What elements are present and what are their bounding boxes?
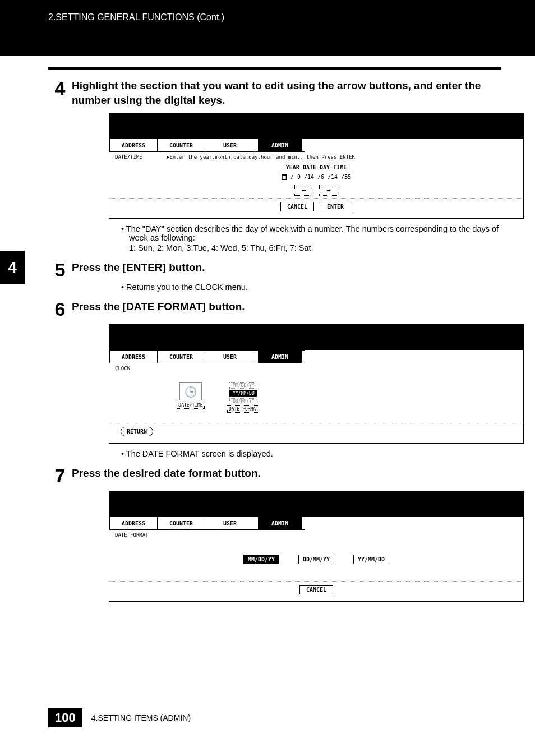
tab-admin[interactable]: ADMIN <box>255 139 305 152</box>
tab-user[interactable]: USER <box>205 139 255 152</box>
tab-counter[interactable]: COUNTER <box>157 139 205 152</box>
step-title: Highlight the section that you want to e… <box>72 79 501 107</box>
step-number: 6 <box>48 299 72 319</box>
arrow-left-button[interactable]: ← <box>294 185 313 196</box>
screen-label-row: DATE FORMAT <box>115 532 518 538</box>
note-list-step5: Returns you to the CLOCK menu. <box>121 283 501 292</box>
step-number: 4 <box>48 79 72 98</box>
date-values: ■ / 9 /14 /6 /14 /55 <box>115 174 518 180</box>
screen-black-bar <box>109 113 523 139</box>
dateformat-menu-button[interactable]: MM/DD/YY YY/MM/DD DD/MM/YY DATE FORMAT <box>227 382 260 413</box>
screen-black-bar <box>109 491 523 517</box>
step-number: 5 <box>48 260 72 279</box>
tab-counter[interactable]: COUNTER <box>157 517 205 530</box>
arrow-right-icon: → <box>326 186 330 194</box>
step-title: Press the desired date format button. <box>72 466 501 481</box>
note-list-step6: The DATE FORMAT screen is displayed. <box>121 449 501 458</box>
page-content: 4 Highlight the section that you want to… <box>0 56 535 727</box>
arrow-buttons: ← → <box>115 185 518 196</box>
screen-footer: CANCEL ENTER <box>115 202 518 215</box>
step-6: 6 Press the [DATE FORMAT] button. <box>48 299 501 319</box>
screen-tabs: ADDRESS COUNTER USER ADMIN <box>109 517 523 530</box>
cancel-button[interactable]: CANCEL <box>280 202 314 211</box>
tab-admin[interactable]: ADMIN <box>255 350 305 363</box>
step-title: Press the [DATE FORMAT] button. <box>72 299 501 314</box>
step-number: 7 <box>48 466 72 485</box>
tab-address[interactable]: ADDRESS <box>109 517 158 530</box>
step-7: 7 Press the desired date format button. <box>48 466 501 485</box>
screenshot-dateformat: ADDRESS COUNTER USER ADMIN DATE FORMAT M… <box>109 491 524 602</box>
screenshot-datetime: ADDRESS COUNTER USER ADMIN DATE/TIME ▶En… <box>109 113 524 219</box>
step-4: 4 Highlight the section that you want to… <box>48 79 501 107</box>
year-highlight: ■ <box>282 174 287 180</box>
horizontal-rule <box>48 67 501 70</box>
screen-black-bar <box>109 325 523 350</box>
screen-footer: RETURN <box>115 427 518 440</box>
clock-icons: 🕒 DATE/TIME MM/DD/YY YY/MM/DD DD/MM/YY D… <box>177 382 518 413</box>
breadcrumb: 2.SETTING GENERAL FUNCTIONS (Cont.) <box>48 12 224 22</box>
datetime-menu-button[interactable]: 🕒 DATE/TIME <box>177 382 205 413</box>
tab-address[interactable]: ADDRESS <box>109 139 158 152</box>
screen-hint-row: DATE/TIME ▶Enter the year,month,date,day… <box>115 154 518 160</box>
column-headers: YEAR DATE DAY TIME <box>115 164 518 170</box>
screen-tabs: ADDRESS COUNTER USER ADMIN <box>109 139 523 152</box>
screen-label: DATE FORMAT <box>115 532 167 538</box>
enter-button[interactable]: ENTER <box>319 202 352 211</box>
tab-counter[interactable]: COUNTER <box>157 350 205 363</box>
page-number: 100 <box>48 708 82 727</box>
note-day-map: 1: Sun, 2: Mon, 3:Tue, 4: Wed, 5: Thu, 6… <box>137 243 501 252</box>
tab-user[interactable]: USER <box>205 517 255 530</box>
arrow-left-icon: ← <box>302 186 306 194</box>
step-title: Press the [ENTER] button. <box>72 260 501 275</box>
tab-admin[interactable]: ADMIN <box>255 517 305 530</box>
format-mmddyy-button[interactable]: MM/DD/YY <box>243 555 279 564</box>
cancel-button[interactable]: CANCEL <box>299 585 333 594</box>
page-footer: 100 4.SETTING ITEMS (ADMIN) <box>48 708 501 727</box>
note-day-desc: The "DAY" section describes the day of w… <box>121 224 501 252</box>
format-ddmmyy-button[interactable]: DD/MM/YY <box>298 555 334 564</box>
step-5: 5 Press the [ENTER] button. <box>48 260 501 279</box>
tab-address[interactable]: ADDRESS <box>109 350 158 363</box>
note-datefmt-shown: The DATE FORMAT screen is displayed. <box>121 449 501 458</box>
divider <box>109 423 523 423</box>
screen-label-row: CLOCK <box>115 366 518 371</box>
format-yymmdd-button[interactable]: YY/MM/DD <box>353 555 389 564</box>
screen-label: DATE/TIME <box>115 154 167 160</box>
divider <box>109 198 523 199</box>
screen-label: CLOCK <box>115 366 167 371</box>
screen-tabs: ADDRESS COUNTER USER ADMIN <box>109 350 523 363</box>
arrow-right-button[interactable]: → <box>319 185 338 196</box>
screenshot-clock: ADDRESS COUNTER USER ADMIN CLOCK 🕒 DATE/… <box>109 324 524 444</box>
return-button[interactable]: RETURN <box>121 427 153 436</box>
clock-icon: 🕒 <box>179 382 202 400</box>
note-list-step4: The "DAY" section describes the day of w… <box>121 224 501 252</box>
screen-hint: ▶Enter the year,month,date,day,hour and … <box>167 154 355 160</box>
screen-footer: CANCEL <box>115 585 518 598</box>
note-return-clock: Returns you to the CLOCK menu. <box>121 283 501 292</box>
footer-chapter: 4.SETTING ITEMS (ADMIN) <box>91 713 191 722</box>
page-header: 2.SETTING GENERAL FUNCTIONS (Cont.) <box>0 0 535 56</box>
format-options: MM/DD/YY DD/MM/YY YY/MM/DD <box>115 555 518 564</box>
divider <box>109 581 523 582</box>
tab-user[interactable]: USER <box>205 350 255 363</box>
